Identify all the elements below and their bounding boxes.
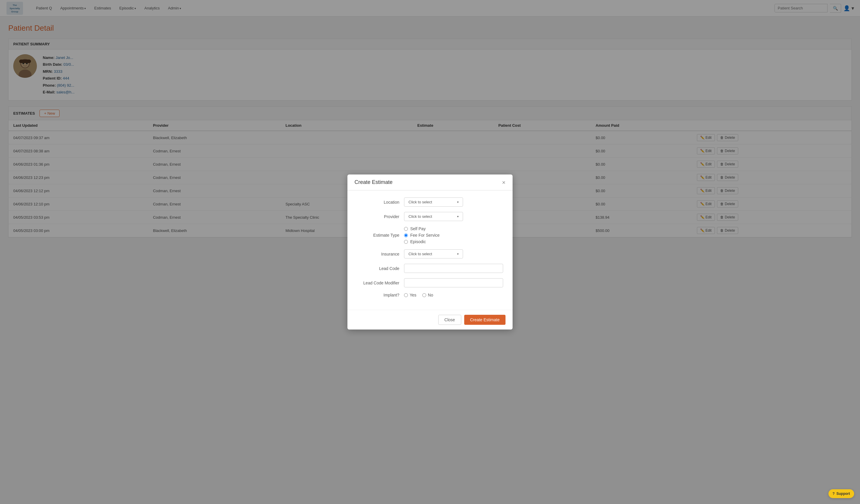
radio-self-pay[interactable]: Self Pay [404, 226, 503, 231]
estimate-type-row: Estimate Type Self Pay Fee For Service E… [357, 226, 503, 244]
modal-title: Create Estimate [355, 179, 392, 186]
provider-control: Click to select [404, 212, 503, 221]
radio-fee-for-service[interactable]: Fee For Service [404, 233, 503, 238]
estimate-type-control: Self Pay Fee For Service Episodic [404, 226, 503, 244]
modal-overlay[interactable]: Create Estimate × Location Click to sele… [0, 0, 860, 244]
provider-select[interactable]: Click to select [404, 212, 463, 221]
location-label: Location [357, 200, 404, 205]
location-row: Location Click to select [357, 197, 503, 207]
location-control: Click to select [404, 197, 503, 207]
modal-close-button[interactable]: × [502, 179, 505, 186]
episodic-label: Episodic [410, 239, 426, 244]
self-pay-label: Self Pay [410, 226, 426, 231]
modal-body: Location Click to select Provider Click … [347, 190, 513, 244]
estimate-type-label: Estimate Type [357, 233, 404, 238]
create-estimate-modal: Create Estimate × Location Click to sele… [347, 175, 513, 244]
provider-row: Provider Click to select [357, 212, 503, 221]
location-select[interactable]: Click to select [404, 197, 463, 207]
provider-label: Provider [357, 214, 404, 219]
modal-header: Create Estimate × [347, 175, 513, 190]
radio-episodic[interactable]: Episodic [404, 239, 503, 244]
fee-for-service-label: Fee For Service [410, 233, 440, 238]
